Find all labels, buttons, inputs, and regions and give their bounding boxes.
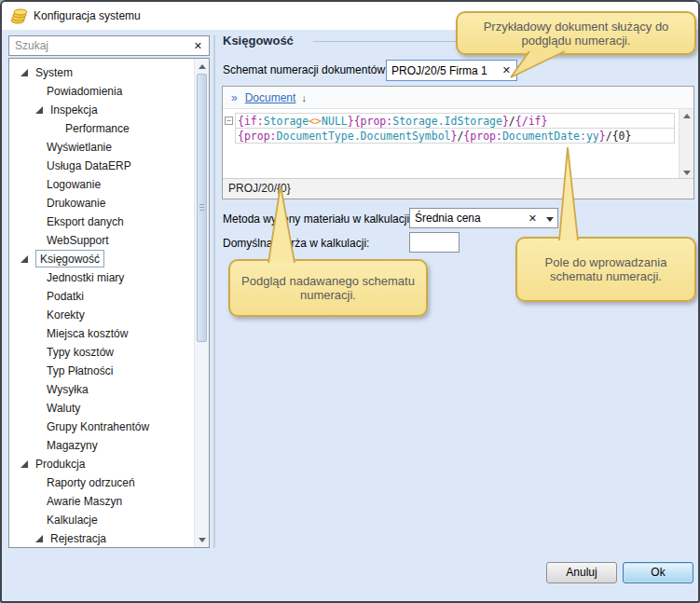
scroll-up-icon[interactable] [195,59,210,74]
tree-item-typ-p-atno-ci[interactable]: Typ Płatności [9,362,193,380]
code-token: <> [309,115,322,128]
tree-item-label: WebSupport [47,231,109,250]
scroll-up-icon[interactable] [683,114,691,118]
code-token: {prop: [463,130,502,143]
tree-item-label: Korekty [47,306,85,324]
tree-item-kalkulacje[interactable]: Kalkulacje [9,511,193,529]
valuation-clear-icon[interactable]: ✕ [523,212,542,225]
search-input[interactable]: Szukaj ✕ [8,35,210,56]
tree-item-label: Waluty [47,399,80,418]
tree-item-drukowanie[interactable]: Drukowanie [9,194,193,212]
valuation-method-value: Średnia cena [410,212,523,225]
settings-tree: SystemPowiadomieniaInspekcjaPerformanceW… [8,58,210,548]
tree-item-korekty[interactable]: Korekty [9,306,193,324]
code-token: {prop: [354,115,393,128]
code-token: {0} [612,130,632,143]
tree-item-waluty[interactable]: Waluty [9,399,193,418]
tree-item-label: Wyświetlanie [47,138,112,157]
code-token: {if: [238,115,264,128]
tree-item-us-uga-dataerp[interactable]: Usługa DataERP [9,157,193,175]
tree-item-magazyny[interactable]: Magazyny [9,436,193,455]
tree-expander-icon[interactable] [21,255,28,263]
tree-item-label: Awarie Maszyn [47,492,122,511]
search-clear-icon[interactable]: ✕ [187,40,209,52]
tree-scrollbar[interactable] [194,59,209,547]
down-arrow-icon[interactable]: ↓ [295,92,307,103]
valuation-method-label: Metoda wyceny materiału w kalkulacji: [223,212,412,226]
tree-item-label: Typ Płatności [47,362,113,380]
panel-splitter[interactable] [213,35,215,548]
dropdown-arrow-icon[interactable] [542,212,557,225]
tree-item-jednostki-miary[interactable]: Jednostki miary [9,268,193,287]
tree-item-typy-koszt-w[interactable]: Typy kosztów [9,343,193,362]
tree-item-label: Drukowanie [47,194,105,212]
tree-item-awarie-maszyn[interactable]: Awarie Maszyn [9,492,193,511]
code-token: Storage.IdStorage [392,115,502,128]
tree-item-wysy-ka[interactable]: Wysyłka [9,380,193,399]
code-token: / [606,130,612,143]
code-token: NULL [322,115,348,128]
tree-item-label: Eksport danych [47,212,124,231]
tree-item-label: Produkcja [35,455,85,473]
code-line[interactable]: {if:Storage<>NULL}{prop:Storage.IdStorag… [235,113,675,129]
collapse-icon[interactable]: − [225,116,233,125]
tree-item-websupport[interactable]: WebSupport [9,231,193,250]
code-token: } [599,130,606,143]
tree-item-label: Podatki [47,287,84,306]
callout-input-field: Pole do wprowadzania schematu numeracji. [515,237,696,302]
code-token: / [509,115,515,128]
scheme-code-area[interactable]: − {if:Storage<>NULL}{prop:Storage.IdStor… [223,109,693,180]
editor-scrollbar[interactable] [679,109,693,180]
scrollbar-thumb[interactable] [197,74,207,342]
tree-item-performance[interactable]: Performance [9,119,193,138]
tree-item-label: Performance [65,119,130,138]
valuation-method-combobox[interactable]: Średnia cena ✕ [409,208,558,228]
tree-item-inspekcja[interactable]: Inspekcja [9,101,193,119]
scroll-down-icon[interactable] [195,532,210,547]
tree-item-label: Rejestracja [50,529,106,548]
numbering-scheme-field[interactable]: PROJ/20/5 Firma 1 ✕ [386,60,517,81]
section-title: Księgowość [223,34,294,48]
tree-item-system[interactable]: System [9,63,193,82]
ok-button[interactable]: Ok [623,562,693,583]
document-link[interactable]: Document [245,91,296,104]
tree-expander-icon[interactable] [21,69,28,76]
tree-item-grupy-kontrahent-w[interactable]: Grupy Kontrahentów [9,418,193,436]
callout-text: Podgląd nadawanego schematu numeracji. [240,274,417,302]
cancel-button[interactable]: Anuluj [546,562,617,583]
callout-text: Przykładowy dokument służący do podglądu… [467,20,685,48]
tree-item-label: Jednostki miary [47,268,124,287]
tree-item-eksport-danych[interactable]: Eksport danych [9,212,193,231]
tree-item-label: Grupy Kontrahentów [47,418,149,436]
code-token: DocumentType.DocumentSymbol [277,130,451,143]
config-window: Konfiguracja systemu Szukaj ✕ SystemPowi… [0,0,700,603]
tree-expander-icon[interactable] [21,460,28,468]
code-line[interactable]: {prop:DocumentType.DocumentSymbol}/{prop… [235,128,675,144]
window-title: Konfiguracja systemu [34,9,141,22]
breadcrumb-chevron-icon: » [223,91,245,104]
tree-expander-icon[interactable] [35,535,43,542]
code-token: DocumentDate:yy [502,130,599,143]
tree-item-powiadomienia[interactable]: Powiadomienia [9,82,193,101]
callout-text: Pole do wprowadzania schematu numeracji. [527,255,685,283]
tree-item-produkcja[interactable]: Produkcja [9,455,193,473]
numbering-scheme-value: PROJ/20/5 Firma 1 [387,64,497,77]
tree-expander-icon[interactable] [35,106,43,114]
default-margin-input[interactable] [409,232,460,253]
tree-item-podatki[interactable]: Podatki [9,287,193,306]
tree-item-rejestracja[interactable]: Rejestracja [9,529,193,548]
tree-item-label: Kalkulacje [47,511,98,529]
tree-item-ksi-gowo-[interactable]: Księgowość [9,250,193,268]
code-token: {/if} [515,115,548,128]
tree-item-label: Logowanie [47,175,101,194]
tree-item-label: Miejsca kosztów [47,324,128,343]
callout-sample-document: Przykładowy dokument służący do podglądu… [456,11,696,55]
search-placeholder: Szukaj [9,39,187,52]
tree-item-wy-wietlanie[interactable]: Wyświetlanie [9,138,193,157]
numbering-clear-icon[interactable]: ✕ [497,64,516,76]
tree-item-miejsca-koszt-w[interactable]: Miejsca kosztów [9,324,193,343]
tree-item-logowanie[interactable]: Logowanie [9,175,193,194]
tree-item-raporty-odrzuce-[interactable]: Raporty odrzuceń [9,473,193,492]
default-margin-label: Domyślna marża w kalkulacji: [223,237,369,250]
scroll-down-icon[interactable] [683,171,691,175]
